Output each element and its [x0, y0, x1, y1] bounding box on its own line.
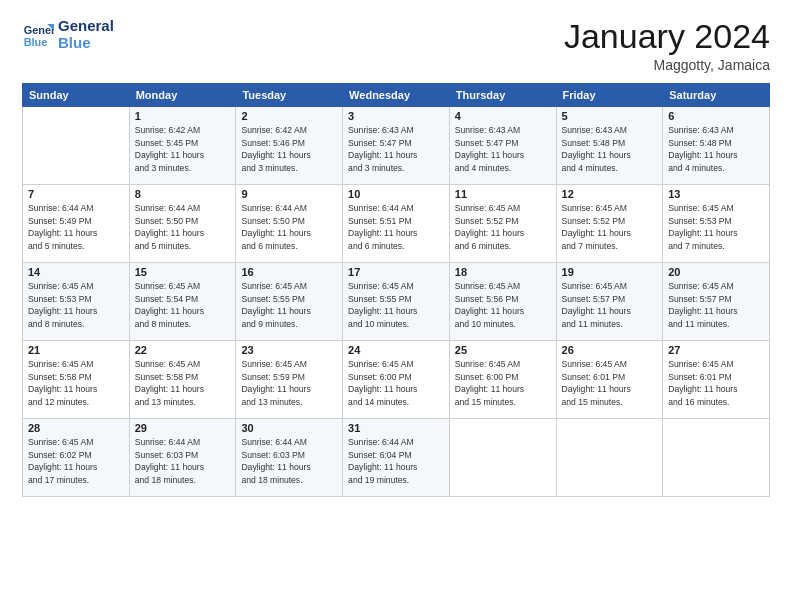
day-number: 12 — [562, 188, 658, 200]
day-number: 30 — [241, 422, 337, 434]
day-number: 1 — [135, 110, 231, 122]
day-number: 17 — [348, 266, 444, 278]
day-cell: 8Sunrise: 6:44 AMSunset: 5:50 PMDaylight… — [129, 185, 236, 263]
day-info: Sunrise: 6:45 AMSunset: 6:01 PMDaylight:… — [562, 358, 658, 408]
header-cell-sunday: Sunday — [23, 84, 130, 107]
day-number: 18 — [455, 266, 551, 278]
day-cell: 11Sunrise: 6:45 AMSunset: 5:52 PMDayligh… — [449, 185, 556, 263]
day-cell: 2Sunrise: 6:42 AMSunset: 5:46 PMDaylight… — [236, 107, 343, 185]
day-number: 21 — [28, 344, 124, 356]
day-number: 19 — [562, 266, 658, 278]
day-info: Sunrise: 6:42 AMSunset: 5:45 PMDaylight:… — [135, 124, 231, 174]
day-info: Sunrise: 6:45 AMSunset: 5:57 PMDaylight:… — [668, 280, 764, 330]
week-row-4: 28Sunrise: 6:45 AMSunset: 6:02 PMDayligh… — [23, 419, 770, 497]
day-info: Sunrise: 6:45 AMSunset: 5:57 PMDaylight:… — [562, 280, 658, 330]
day-number: 4 — [455, 110, 551, 122]
day-cell: 26Sunrise: 6:45 AMSunset: 6:01 PMDayligh… — [556, 341, 663, 419]
logo-line2: Blue — [58, 35, 114, 52]
day-info: Sunrise: 6:45 AMSunset: 5:56 PMDaylight:… — [455, 280, 551, 330]
day-number: 28 — [28, 422, 124, 434]
day-number: 26 — [562, 344, 658, 356]
day-cell: 3Sunrise: 6:43 AMSunset: 5:47 PMDaylight… — [343, 107, 450, 185]
day-cell: 24Sunrise: 6:45 AMSunset: 6:00 PMDayligh… — [343, 341, 450, 419]
day-info: Sunrise: 6:43 AMSunset: 5:47 PMDaylight:… — [348, 124, 444, 174]
day-cell: 25Sunrise: 6:45 AMSunset: 6:00 PMDayligh… — [449, 341, 556, 419]
day-cell — [23, 107, 130, 185]
day-info: Sunrise: 6:43 AMSunset: 5:48 PMDaylight:… — [562, 124, 658, 174]
day-info: Sunrise: 6:45 AMSunset: 6:00 PMDaylight:… — [348, 358, 444, 408]
logo: General Blue General Blue — [22, 18, 114, 51]
day-cell: 31Sunrise: 6:44 AMSunset: 6:04 PMDayligh… — [343, 419, 450, 497]
day-number: 20 — [668, 266, 764, 278]
day-info: Sunrise: 6:44 AMSunset: 5:50 PMDaylight:… — [241, 202, 337, 252]
header-row: SundayMondayTuesdayWednesdayThursdayFrid… — [23, 84, 770, 107]
day-cell: 23Sunrise: 6:45 AMSunset: 5:59 PMDayligh… — [236, 341, 343, 419]
day-cell: 13Sunrise: 6:45 AMSunset: 5:53 PMDayligh… — [663, 185, 770, 263]
day-cell: 20Sunrise: 6:45 AMSunset: 5:57 PMDayligh… — [663, 263, 770, 341]
header-cell-saturday: Saturday — [663, 84, 770, 107]
day-number: 14 — [28, 266, 124, 278]
day-cell: 4Sunrise: 6:43 AMSunset: 5:47 PMDaylight… — [449, 107, 556, 185]
day-cell: 28Sunrise: 6:45 AMSunset: 6:02 PMDayligh… — [23, 419, 130, 497]
day-cell: 27Sunrise: 6:45 AMSunset: 6:01 PMDayligh… — [663, 341, 770, 419]
week-row-2: 14Sunrise: 6:45 AMSunset: 5:53 PMDayligh… — [23, 263, 770, 341]
day-number: 27 — [668, 344, 764, 356]
day-number: 22 — [135, 344, 231, 356]
day-number: 10 — [348, 188, 444, 200]
day-info: Sunrise: 6:43 AMSunset: 5:48 PMDaylight:… — [668, 124, 764, 174]
day-info: Sunrise: 6:44 AMSunset: 6:03 PMDaylight:… — [135, 436, 231, 486]
day-cell: 30Sunrise: 6:44 AMSunset: 6:03 PMDayligh… — [236, 419, 343, 497]
header-cell-thursday: Thursday — [449, 84, 556, 107]
day-info: Sunrise: 6:45 AMSunset: 5:55 PMDaylight:… — [348, 280, 444, 330]
day-cell: 9Sunrise: 6:44 AMSunset: 5:50 PMDaylight… — [236, 185, 343, 263]
day-info: Sunrise: 6:45 AMSunset: 5:54 PMDaylight:… — [135, 280, 231, 330]
day-number: 16 — [241, 266, 337, 278]
day-cell: 18Sunrise: 6:45 AMSunset: 5:56 PMDayligh… — [449, 263, 556, 341]
day-cell: 29Sunrise: 6:44 AMSunset: 6:03 PMDayligh… — [129, 419, 236, 497]
day-info: Sunrise: 6:44 AMSunset: 5:50 PMDaylight:… — [135, 202, 231, 252]
page: General Blue General Blue January 2024 M… — [0, 0, 792, 612]
header-cell-tuesday: Tuesday — [236, 84, 343, 107]
day-number: 5 — [562, 110, 658, 122]
day-info: Sunrise: 6:45 AMSunset: 6:01 PMDaylight:… — [668, 358, 764, 408]
location: Maggotty, Jamaica — [564, 57, 770, 73]
day-number: 7 — [28, 188, 124, 200]
day-cell — [663, 419, 770, 497]
svg-text:Blue: Blue — [24, 35, 48, 47]
day-info: Sunrise: 6:45 AMSunset: 5:58 PMDaylight:… — [135, 358, 231, 408]
day-number: 29 — [135, 422, 231, 434]
day-number: 23 — [241, 344, 337, 356]
day-cell: 10Sunrise: 6:44 AMSunset: 5:51 PMDayligh… — [343, 185, 450, 263]
day-number: 2 — [241, 110, 337, 122]
day-cell: 15Sunrise: 6:45 AMSunset: 5:54 PMDayligh… — [129, 263, 236, 341]
week-row-3: 21Sunrise: 6:45 AMSunset: 5:58 PMDayligh… — [23, 341, 770, 419]
header-cell-wednesday: Wednesday — [343, 84, 450, 107]
day-number: 13 — [668, 188, 764, 200]
day-cell: 7Sunrise: 6:44 AMSunset: 5:49 PMDaylight… — [23, 185, 130, 263]
header: General Blue General Blue January 2024 M… — [22, 18, 770, 73]
day-number: 3 — [348, 110, 444, 122]
day-number: 8 — [135, 188, 231, 200]
day-number: 9 — [241, 188, 337, 200]
day-cell — [556, 419, 663, 497]
day-cell: 6Sunrise: 6:43 AMSunset: 5:48 PMDaylight… — [663, 107, 770, 185]
day-cell: 1Sunrise: 6:42 AMSunset: 5:45 PMDaylight… — [129, 107, 236, 185]
day-info: Sunrise: 6:42 AMSunset: 5:46 PMDaylight:… — [241, 124, 337, 174]
day-number: 24 — [348, 344, 444, 356]
day-info: Sunrise: 6:45 AMSunset: 5:52 PMDaylight:… — [562, 202, 658, 252]
day-cell: 16Sunrise: 6:45 AMSunset: 5:55 PMDayligh… — [236, 263, 343, 341]
week-row-0: 1Sunrise: 6:42 AMSunset: 5:45 PMDaylight… — [23, 107, 770, 185]
day-cell: 19Sunrise: 6:45 AMSunset: 5:57 PMDayligh… — [556, 263, 663, 341]
month-title: January 2024 — [564, 18, 770, 55]
day-info: Sunrise: 6:45 AMSunset: 5:55 PMDaylight:… — [241, 280, 337, 330]
day-info: Sunrise: 6:44 AMSunset: 5:49 PMDaylight:… — [28, 202, 124, 252]
day-info: Sunrise: 6:43 AMSunset: 5:47 PMDaylight:… — [455, 124, 551, 174]
day-info: Sunrise: 6:45 AMSunset: 5:53 PMDaylight:… — [668, 202, 764, 252]
day-number: 31 — [348, 422, 444, 434]
day-number: 6 — [668, 110, 764, 122]
title-area: January 2024 Maggotty, Jamaica — [564, 18, 770, 73]
day-cell: 12Sunrise: 6:45 AMSunset: 5:52 PMDayligh… — [556, 185, 663, 263]
logo-icon: General Blue — [22, 19, 54, 51]
day-info: Sunrise: 6:45 AMSunset: 5:58 PMDaylight:… — [28, 358, 124, 408]
day-info: Sunrise: 6:45 AMSunset: 5:59 PMDaylight:… — [241, 358, 337, 408]
